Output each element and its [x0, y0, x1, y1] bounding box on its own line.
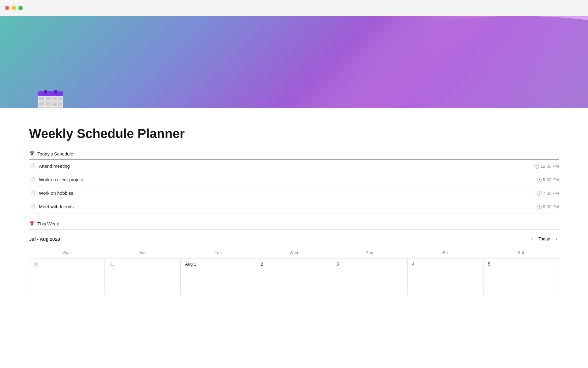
doc-icon: 📄 [29, 190, 35, 196]
calendar-day-cell[interactable]: 3 [332, 258, 408, 295]
calendar-day-header: Tue [180, 247, 256, 258]
todays-schedule-header: 📅 Today's Schedule [29, 151, 559, 159]
calendar-small-icon: 📅 [29, 151, 35, 156]
calendar-day-cell[interactable]: 31 [105, 258, 180, 295]
schedule-item-left: 📄 Attend meeting [29, 163, 70, 169]
schedule-item-left: 📄 Meet with friends [29, 204, 74, 209]
clock-icon: 🕐 [537, 177, 542, 182]
svg-rect-11 [46, 97, 51, 100]
hero-calendar-icon: ✓ [37, 90, 64, 108]
calendar-week-icon: 📅 [29, 221, 35, 226]
minimize-button[interactable] [12, 6, 16, 10]
calendar-day-header: Mon [105, 247, 180, 258]
clock-icon: 🕐 [537, 191, 542, 196]
month-range-label: Jul - Aug 2023 [29, 236, 60, 242]
week-header-bar: Jul - Aug 2023 ‹ Today › [29, 236, 559, 242]
svg-rect-22 [59, 107, 62, 108]
calendar-day-header: Thu [332, 247, 408, 258]
doc-icon: 📄 [29, 163, 35, 169]
main-content: Weekly Schedule Planner 📅 Today's Schedu… [0, 108, 588, 307]
calendar-day-number: 31 [109, 262, 176, 266]
page-title: Weekly Schedule Planner [29, 126, 559, 141]
time-value: 12:00 PM [541, 164, 559, 169]
calendar-day-cell[interactable]: Aug 1 [180, 258, 256, 295]
svg-rect-19 [39, 107, 44, 108]
svg-rect-1 [44, 90, 47, 94]
schedule-item[interactable]: 📄 Work on client project 🕐 5:30 PM [29, 173, 559, 186]
time-value: 7:00 PM [543, 191, 559, 196]
todays-schedule-section: 📅 Today's Schedule 📄 Attend meeting 🕐 12… [29, 151, 559, 213]
calendar-day-header: Fri [408, 247, 483, 258]
calendar-day-cell[interactable]: 4 [408, 258, 483, 295]
this-week-section: 📅 This Week Jul - Aug 2023 ‹ Today › Sun… [29, 221, 559, 295]
close-button[interactable] [5, 6, 9, 10]
calendar-header-row: SunMonTueWedThuFriSat [29, 247, 559, 258]
schedule-item-title: Attend meeting [39, 163, 70, 169]
doc-icon: 📄 [29, 204, 35, 209]
calendar-day-cell[interactable]: 30 [29, 258, 105, 295]
calendar-day-header: Sun [29, 247, 105, 258]
schedule-item-time: 🕐 7:00 PM [537, 191, 559, 196]
svg-rect-21 [53, 107, 57, 108]
schedule-item[interactable]: 📄 Attend meeting 🕐 12:00 PM [29, 159, 559, 173]
titlebar [0, 0, 588, 16]
hero-banner: ✓ [0, 16, 588, 108]
svg-rect-15 [46, 102, 51, 105]
maximize-button[interactable] [18, 6, 23, 10]
calendar-day-number: 2 [261, 262, 327, 266]
this-week-label: This Week [37, 221, 59, 226]
calendar-day-number: Aug 1 [185, 262, 251, 266]
calendar-day-number: 4 [412, 262, 479, 266]
schedule-item-title: Meet with friends [39, 204, 74, 209]
calendar-container: SunMonTueWedThuFriSat 3031Aug 12345 [29, 247, 559, 295]
clock-icon: 🕐 [537, 204, 542, 209]
schedule-item-left: 📄 Work on hobbies [29, 190, 73, 196]
prev-week-button[interactable]: ‹ [530, 236, 535, 242]
calendar-body-row: 3031Aug 12345 [29, 258, 559, 295]
schedule-item[interactable]: 📄 Work on hobbies 🕐 7:00 PM [29, 186, 559, 200]
next-week-button[interactable]: › [554, 236, 559, 242]
calendar-day-header: Wed [256, 247, 332, 258]
time-value: 5:30 PM [543, 177, 559, 182]
schedule-item-left: 📄 Work on client project [29, 177, 83, 182]
schedule-item[interactable]: 📄 Meet with friends 🕐 8:00 PM [29, 200, 559, 213]
svg-text:✓: ✓ [54, 102, 56, 105]
schedule-item-title: Work on hobbies [39, 190, 73, 196]
todays-schedule-label: Today's Schedule [37, 151, 73, 156]
schedule-item-time: 🕐 12:00 PM [534, 164, 559, 169]
calendar-day-cell[interactable]: 2 [256, 258, 332, 295]
calendar-day-number: 30 [34, 262, 100, 266]
calendar-day-cell[interactable]: 5 [483, 258, 559, 295]
doc-icon: 📄 [29, 177, 35, 182]
calendar-day-number: 3 [337, 262, 403, 266]
svg-rect-20 [46, 107, 51, 108]
today-button[interactable]: Today [538, 236, 550, 241]
schedule-item-time: 🕐 8:00 PM [537, 204, 559, 209]
svg-rect-18 [59, 102, 62, 105]
calendar-day-header: Sat [483, 247, 559, 258]
schedule-item-title: Work on client project [39, 177, 83, 182]
schedule-list: 📄 Attend meeting 🕐 12:00 PM 📄 Work on cl… [29, 159, 559, 213]
calendar-day-number: 5 [488, 262, 554, 266]
this-week-header: 📅 This Week [29, 221, 559, 229]
svg-rect-12 [53, 97, 57, 100]
svg-rect-10 [39, 97, 44, 100]
svg-rect-13 [59, 97, 62, 100]
schedule-item-time: 🕐 5:30 PM [537, 177, 559, 182]
week-navigation: ‹ Today › [530, 236, 559, 242]
time-value: 8:00 PM [543, 204, 559, 209]
svg-rect-14 [39, 102, 44, 105]
svg-rect-2 [54, 90, 57, 94]
clock-icon: 🕐 [534, 164, 539, 169]
